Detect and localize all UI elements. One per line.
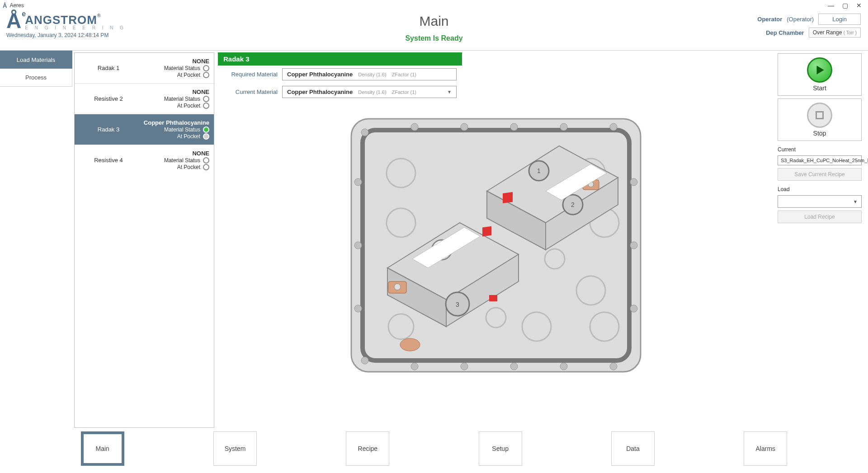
- source-item-radak3[interactable]: Radak 3 Copper Phthalocyanine Material S…: [75, 114, 214, 145]
- required-zfactor: ZFactor (1): [392, 72, 416, 77]
- material-status-indicator: [203, 65, 209, 71]
- system-status: System Is Ready: [405, 34, 462, 42]
- svg-rect-40: [503, 192, 513, 203]
- current-recipe-display: S3_Radak_EH_CuPC_NoHeat_25nm_Heat200C_25…: [778, 155, 862, 165]
- svg-rect-52: [489, 295, 497, 301]
- at-pocket-label: At Pocket: [177, 72, 200, 78]
- close-icon[interactable]: ✕: [856, 2, 862, 9]
- at-pocket-label: At Pocket: [177, 103, 200, 109]
- operator-label: Operator: [757, 16, 782, 23]
- nav-alarms[interactable]: Alarms: [744, 431, 787, 466]
- panel-header: Radak 3: [218, 52, 462, 66]
- current-material-name: Copper Phthalocyanine: [287, 89, 353, 95]
- svg-point-30: [400, 338, 420, 351]
- source-material: Copper Phthalocyanine: [144, 119, 209, 126]
- range-text: Over Range: [813, 29, 842, 36]
- svg-point-11: [510, 363, 518, 370]
- chamber-diagram: 1 2: [338, 110, 654, 381]
- nav-system[interactable]: System: [213, 431, 257, 466]
- material-status-label: Material Status: [164, 157, 200, 164]
- source-item-resistive2[interactable]: Resistive 2 NONE Material Status At Pock…: [75, 84, 214, 114]
- svg-text:1: 1: [537, 167, 541, 174]
- minimize-icon[interactable]: —: [828, 2, 834, 9]
- content-area: Load Materials Process Radak 1 NONE Mate…: [0, 51, 868, 430]
- brand-text: ANGSTROM: [25, 13, 97, 27]
- svg-point-14: [354, 178, 362, 186]
- nav-setup[interactable]: Setup: [479, 431, 522, 466]
- source-material: NONE: [192, 150, 209, 157]
- material-status-indicator: [203, 126, 209, 133]
- required-material-field: Copper Phthalocyanine Density (1.6) ZFac…: [282, 68, 457, 80]
- svg-point-2: [361, 129, 368, 136]
- svg-rect-51: [482, 226, 491, 237]
- right-column: Start Stop Current S3_Radak_EH_CuPC_NoHe…: [778, 51, 868, 430]
- required-density: Density (1.6): [358, 72, 386, 77]
- at-pocket-label: At Pocket: [177, 133, 200, 140]
- save-recipe-button[interactable]: Save Current Recipe: [778, 168, 862, 181]
- at-pocket-indicator: [203, 72, 209, 78]
- current-zfactor: ZFactor (1): [392, 89, 416, 95]
- svg-point-5: [510, 123, 518, 131]
- current-material-dropdown[interactable]: Copper Phthalocyanine Density (1.6) ZFac…: [282, 86, 457, 98]
- svg-marker-54: [817, 66, 824, 75]
- chevron-down-icon: ▼: [853, 199, 858, 204]
- source-name: Radak 1: [75, 65, 142, 71]
- tab-load-materials[interactable]: Load Materials: [0, 51, 72, 69]
- material-status-indicator: [203, 96, 209, 102]
- app-name: Aeres: [9, 2, 24, 9]
- source-list: Radak 1 NONE Material Status At Pocket R…: [74, 52, 214, 428]
- svg-point-13: [610, 363, 617, 370]
- pressure-range-button[interactable]: Over Range ( Torr ): [809, 28, 861, 37]
- source-material: NONE: [192, 89, 209, 95]
- load-recipe-dropdown[interactable]: ▼: [778, 195, 862, 208]
- material-status-indicator: [203, 157, 209, 164]
- at-pocket-indicator: [203, 133, 209, 140]
- source-item-radak1[interactable]: Radak 1 NONE Material Status At Pocket: [75, 53, 214, 84]
- required-material-name: Copper Phthalocyanine: [287, 71, 353, 78]
- sidebar-tabs: Load Materials Process: [0, 51, 72, 430]
- start-button[interactable]: Start: [778, 53, 862, 96]
- header: Åe ANGSTROM® E N G I N E E R I N G Wedne…: [0, 11, 868, 51]
- stop-icon: [807, 103, 832, 128]
- logo-block: Åe ANGSTROM® E N G I N E E R I N G Wedne…: [6, 12, 126, 38]
- svg-point-8: [361, 357, 368, 364]
- source-item-resistive4[interactable]: Resistive 4 NONE Material Status At Pock…: [75, 145, 214, 175]
- maximize-icon[interactable]: ▢: [842, 2, 848, 9]
- stop-button[interactable]: Stop: [778, 98, 862, 141]
- center-column: Radak 3 Required Material Copper Phthalo…: [214, 51, 778, 430]
- source-material: NONE: [192, 58, 209, 65]
- material-status-label: Material Status: [164, 65, 200, 71]
- range-unit: ( Torr ): [844, 30, 857, 35]
- material-status-label: Material Status: [164, 96, 200, 102]
- svg-point-18: [630, 242, 637, 249]
- source-name: Resistive 2: [75, 95, 142, 102]
- brand-subtitle: E N G I N E E R I N G: [25, 25, 126, 30]
- svg-point-19: [630, 305, 637, 312]
- stop-label: Stop: [813, 130, 826, 137]
- chevron-down-icon: ▼: [447, 89, 452, 94]
- nav-recipe[interactable]: Recipe: [346, 431, 389, 466]
- login-button[interactable]: Login: [818, 14, 861, 25]
- at-pocket-indicator: [203, 164, 209, 170]
- svg-point-3: [411, 123, 418, 131]
- start-label: Start: [813, 84, 826, 92]
- svg-point-7: [610, 123, 617, 131]
- nav-data[interactable]: Data: [611, 431, 655, 466]
- load-recipe-button[interactable]: Load Recipe: [778, 211, 862, 223]
- nav-main[interactable]: Main: [81, 431, 124, 466]
- current-recipe-label: Current: [778, 146, 862, 153]
- svg-point-10: [461, 363, 468, 370]
- source-name: Resistive 4: [75, 157, 142, 164]
- tab-process[interactable]: Process: [0, 69, 72, 87]
- svg-point-9: [411, 363, 418, 370]
- logo-mark: Åe: [6, 12, 21, 30]
- svg-point-12: [560, 363, 567, 370]
- at-pocket-indicator: [203, 103, 209, 109]
- play-icon: [807, 57, 832, 83]
- bottom-nav: Main System Recipe Setup Data Alarms: [0, 430, 868, 473]
- svg-point-50: [394, 284, 401, 290]
- app-icon: Å: [3, 2, 7, 9]
- svg-point-16: [354, 305, 362, 312]
- load-recipe-label: Load: [778, 186, 862, 192]
- datetime-display: Wednesday, January 3, 2024 12:48:14 PM: [6, 32, 126, 38]
